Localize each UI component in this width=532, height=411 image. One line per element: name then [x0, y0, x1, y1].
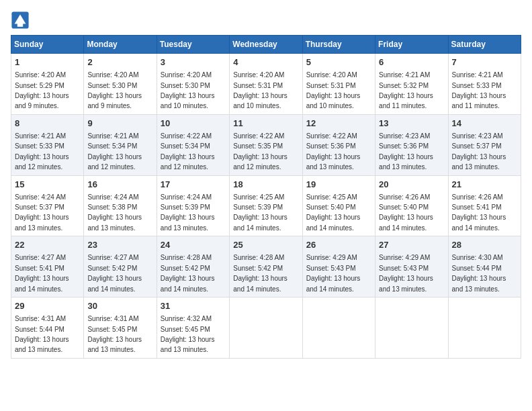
- day-info: Sunrise: 4:23 AM Sunset: 5:37 PM Dayligh…: [452, 132, 506, 171]
- day-number: 24: [161, 239, 226, 251]
- day-number: 27: [379, 239, 444, 251]
- header-cell-wednesday: Wednesday: [230, 36, 302, 54]
- day-number: 30: [87, 300, 152, 312]
- day-number: 20: [379, 179, 444, 191]
- day-cell: 18Sunrise: 4:25 AM Sunset: 5:39 PM Dayli…: [230, 175, 302, 236]
- day-cell: 21Sunrise: 4:26 AM Sunset: 5:41 PM Dayli…: [448, 175, 521, 236]
- day-number: 23: [87, 239, 152, 251]
- day-cell: 7Sunrise: 4:21 AM Sunset: 5:33 PM Daylig…: [448, 54, 521, 115]
- day-cell: 24Sunrise: 4:28 AM Sunset: 5:42 PM Dayli…: [157, 236, 229, 298]
- day-cell: [448, 298, 521, 359]
- day-number: 16: [87, 179, 152, 191]
- header-row: SundayMondayTuesdayWednesdayThursdayFrid…: [11, 36, 521, 54]
- day-info: Sunrise: 4:31 AM Sunset: 5:45 PM Dayligh…: [87, 315, 142, 353]
- calendar-table: SundayMondayTuesdayWednesdayThursdayFrid…: [11, 35, 521, 359]
- day-cell: 2Sunrise: 4:20 AM Sunset: 5:30 PM Daylig…: [84, 54, 157, 115]
- day-number: 14: [452, 118, 517, 130]
- day-number: 6: [379, 56, 444, 68]
- day-cell: 14Sunrise: 4:23 AM Sunset: 5:37 PM Dayli…: [448, 114, 521, 175]
- day-cell: 12Sunrise: 4:22 AM Sunset: 5:36 PM Dayli…: [302, 114, 375, 175]
- logo: [11, 11, 32, 30]
- day-number: 26: [306, 239, 371, 251]
- day-number: 19: [306, 179, 371, 191]
- day-number: 25: [233, 239, 298, 251]
- day-info: Sunrise: 4:21 AM Sunset: 5:32 PM Dayligh…: [379, 71, 433, 109]
- week-row-3: 15Sunrise: 4:24 AM Sunset: 5:37 PM Dayli…: [11, 175, 521, 236]
- day-info: Sunrise: 4:20 AM Sunset: 5:30 PM Dayligh…: [87, 71, 142, 109]
- day-cell: [230, 298, 302, 359]
- day-cell: 11Sunrise: 4:22 AM Sunset: 5:35 PM Dayli…: [230, 114, 302, 175]
- day-info: Sunrise: 4:29 AM Sunset: 5:43 PM Dayligh…: [379, 254, 433, 292]
- day-cell: [302, 298, 375, 359]
- day-number: 4: [233, 56, 298, 68]
- day-info: Sunrise: 4:23 AM Sunset: 5:36 PM Dayligh…: [379, 132, 433, 171]
- day-cell: 1Sunrise: 4:20 AM Sunset: 5:29 PM Daylig…: [11, 54, 84, 115]
- page-header: [11, 11, 521, 30]
- day-cell: 9Sunrise: 4:21 AM Sunset: 5:34 PM Daylig…: [84, 114, 157, 175]
- day-number: 11: [233, 118, 298, 130]
- day-cell: 3Sunrise: 4:20 AM Sunset: 5:30 PM Daylig…: [157, 54, 229, 115]
- day-number: 9: [87, 118, 152, 130]
- day-info: Sunrise: 4:32 AM Sunset: 5:45 PM Dayligh…: [161, 315, 215, 353]
- day-cell: 6Sunrise: 4:21 AM Sunset: 5:32 PM Daylig…: [375, 54, 448, 115]
- day-info: Sunrise: 4:26 AM Sunset: 5:40 PM Dayligh…: [379, 193, 433, 232]
- day-info: Sunrise: 4:20 AM Sunset: 5:31 PM Dayligh…: [306, 71, 361, 109]
- day-number: 18: [233, 179, 298, 191]
- day-info: Sunrise: 4:20 AM Sunset: 5:29 PM Dayligh…: [15, 71, 69, 109]
- day-info: Sunrise: 4:21 AM Sunset: 5:33 PM Dayligh…: [15, 132, 69, 171]
- day-info: Sunrise: 4:21 AM Sunset: 5:34 PM Dayligh…: [87, 132, 142, 171]
- day-number: 29: [15, 300, 80, 312]
- day-info: Sunrise: 4:30 AM Sunset: 5:44 PM Dayligh…: [452, 254, 506, 292]
- day-info: Sunrise: 4:22 AM Sunset: 5:35 PM Dayligh…: [233, 132, 287, 171]
- day-cell: [375, 298, 448, 359]
- day-info: Sunrise: 4:24 AM Sunset: 5:38 PM Dayligh…: [87, 193, 142, 232]
- day-cell: 22Sunrise: 4:27 AM Sunset: 5:41 PM Dayli…: [11, 236, 84, 298]
- day-number: 3: [161, 56, 226, 68]
- day-cell: 13Sunrise: 4:23 AM Sunset: 5:36 PM Dayli…: [375, 114, 448, 175]
- week-row-5: 29Sunrise: 4:31 AM Sunset: 5:44 PM Dayli…: [11, 298, 521, 359]
- day-number: 31: [161, 300, 226, 312]
- day-info: Sunrise: 4:21 AM Sunset: 5:33 PM Dayligh…: [452, 71, 506, 109]
- day-cell: 29Sunrise: 4:31 AM Sunset: 5:44 PM Dayli…: [11, 298, 84, 359]
- day-info: Sunrise: 4:25 AM Sunset: 5:39 PM Dayligh…: [233, 193, 287, 232]
- day-info: Sunrise: 4:24 AM Sunset: 5:39 PM Dayligh…: [161, 193, 215, 232]
- day-info: Sunrise: 4:27 AM Sunset: 5:42 PM Dayligh…: [87, 254, 142, 292]
- day-number: 12: [306, 118, 371, 130]
- day-cell: 17Sunrise: 4:24 AM Sunset: 5:39 PM Dayli…: [157, 175, 229, 236]
- header-cell-monday: Monday: [84, 36, 157, 54]
- header-cell-sunday: Sunday: [11, 36, 84, 54]
- day-cell: 5Sunrise: 4:20 AM Sunset: 5:31 PM Daylig…: [302, 54, 375, 115]
- day-cell: 19Sunrise: 4:25 AM Sunset: 5:40 PM Dayli…: [302, 175, 375, 236]
- day-cell: 15Sunrise: 4:24 AM Sunset: 5:37 PM Dayli…: [11, 175, 84, 236]
- day-cell: 4Sunrise: 4:20 AM Sunset: 5:31 PM Daylig…: [230, 54, 302, 115]
- day-info: Sunrise: 4:27 AM Sunset: 5:41 PM Dayligh…: [15, 254, 69, 292]
- day-info: Sunrise: 4:20 AM Sunset: 5:31 PM Dayligh…: [233, 71, 287, 109]
- header-cell-friday: Friday: [375, 36, 448, 54]
- header-cell-thursday: Thursday: [302, 36, 375, 54]
- week-row-4: 22Sunrise: 4:27 AM Sunset: 5:41 PM Dayli…: [11, 236, 521, 298]
- day-info: Sunrise: 4:26 AM Sunset: 5:41 PM Dayligh…: [452, 193, 506, 232]
- day-cell: 31Sunrise: 4:32 AM Sunset: 5:45 PM Dayli…: [157, 298, 229, 359]
- day-cell: 23Sunrise: 4:27 AM Sunset: 5:42 PM Dayli…: [84, 236, 157, 298]
- day-number: 22: [15, 239, 80, 251]
- day-info: Sunrise: 4:29 AM Sunset: 5:43 PM Dayligh…: [306, 254, 361, 292]
- day-number: 17: [161, 179, 226, 191]
- svg-rect-2: [17, 22, 23, 27]
- day-number: 21: [452, 179, 517, 191]
- header-cell-tuesday: Tuesday: [157, 36, 229, 54]
- day-number: 15: [15, 179, 80, 191]
- day-info: Sunrise: 4:31 AM Sunset: 5:44 PM Dayligh…: [15, 315, 69, 353]
- day-number: 8: [15, 118, 80, 130]
- day-info: Sunrise: 4:28 AM Sunset: 5:42 PM Dayligh…: [161, 254, 215, 292]
- day-cell: 25Sunrise: 4:28 AM Sunset: 5:42 PM Dayli…: [230, 236, 302, 298]
- day-cell: 28Sunrise: 4:30 AM Sunset: 5:44 PM Dayli…: [448, 236, 521, 298]
- day-number: 28: [452, 239, 517, 251]
- day-number: 1: [15, 56, 80, 68]
- day-info: Sunrise: 4:20 AM Sunset: 5:30 PM Dayligh…: [161, 71, 215, 109]
- day-cell: 20Sunrise: 4:26 AM Sunset: 5:40 PM Dayli…: [375, 175, 448, 236]
- week-row-1: 1Sunrise: 4:20 AM Sunset: 5:29 PM Daylig…: [11, 54, 521, 115]
- day-info: Sunrise: 4:24 AM Sunset: 5:37 PM Dayligh…: [15, 193, 69, 232]
- day-cell: 8Sunrise: 4:21 AM Sunset: 5:33 PM Daylig…: [11, 114, 84, 175]
- week-row-2: 8Sunrise: 4:21 AM Sunset: 5:33 PM Daylig…: [11, 114, 521, 175]
- day-info: Sunrise: 4:22 AM Sunset: 5:34 PM Dayligh…: [161, 132, 215, 171]
